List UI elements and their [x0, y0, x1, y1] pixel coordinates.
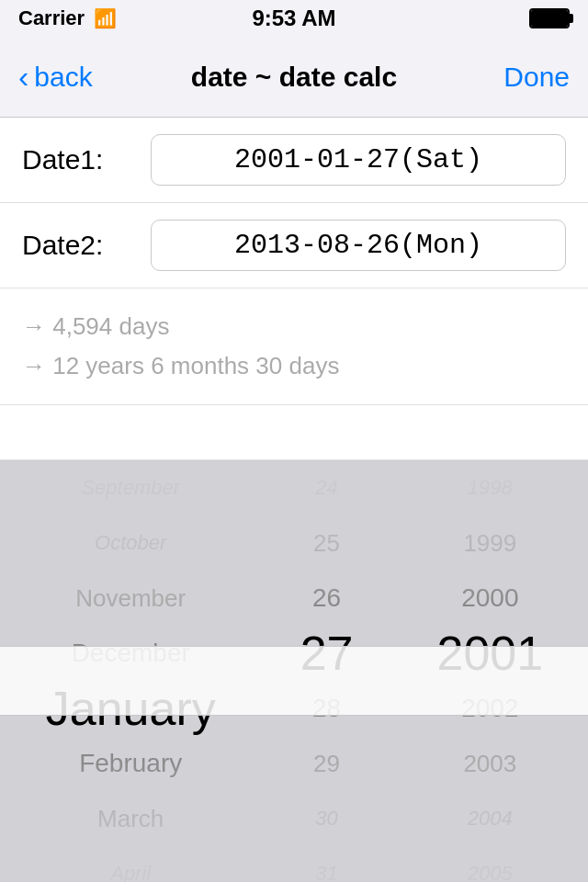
back-label: back — [34, 62, 92, 93]
spacer — [0, 405, 588, 460]
picker-month-item[interactable]: November — [0, 571, 261, 626]
picker-year-item[interactable]: 1998 — [392, 460, 588, 515]
date1-value[interactable]: 2001-01-27(Sat) — [151, 134, 566, 186]
nav-bar: ‹ back date ~ date calc Done — [0, 37, 588, 118]
picker-year-item[interactable]: 2001 — [392, 626, 588, 681]
picker-day-item[interactable]: 24 — [261, 460, 391, 515]
done-button[interactable]: Done — [503, 62, 570, 93]
picker-wrapper: SeptemberOctoberNovemberDecemberJanuaryF… — [0, 460, 588, 882]
date2-value[interactable]: 2013-08-26(Mon) — [151, 220, 566, 271]
picker-year-item[interactable]: 2003 — [392, 736, 588, 791]
picker-day-item[interactable]: 30 — [261, 791, 391, 846]
picker-day-item[interactable]: 31 — [261, 846, 391, 882]
status-left: Carrier 📶 — [18, 6, 117, 30]
back-chevron-icon: ‹ — [18, 59, 28, 95]
date1-label: Date1: — [22, 144, 151, 175]
date1-row: Date1: 2001-01-27(Sat) — [0, 118, 588, 203]
picker-day-item[interactable]: 29 — [261, 736, 391, 791]
picker-month-item[interactable]: January — [0, 681, 261, 736]
dates-content: Date1: 2001-01-27(Sat) Date2: 2013-08-26… — [0, 118, 588, 405]
picker-month-item[interactable]: October — [0, 515, 261, 571]
battery-fill — [531, 10, 568, 27]
picker-day-item[interactable]: 25 — [261, 515, 391, 571]
status-time: 9:53 AM — [252, 6, 335, 31]
picker-months-col[interactable]: SeptemberOctoberNovemberDecemberJanuaryF… — [0, 460, 261, 882]
picker-year-item[interactable]: 2000 — [392, 571, 588, 626]
date2-row: Date2: 2013-08-26(Mon) — [0, 203, 588, 288]
picker-month-item[interactable]: April — [0, 846, 261, 882]
wifi-icon: 📶 — [94, 7, 117, 29]
picker-years-col[interactable]: 19981999200020012002200320042005 — [392, 460, 588, 882]
result-days: → 4,594 days — [22, 312, 169, 341]
picker-month-item[interactable]: December — [0, 626, 261, 681]
battery-icon — [529, 8, 570, 28]
date2-label: Date2: — [22, 230, 151, 261]
picker-year-item[interactable]: 2002 — [392, 681, 588, 736]
carrier-label: Carrier — [18, 6, 85, 30]
back-button[interactable]: ‹ back — [18, 59, 93, 95]
picker-day-item[interactable]: 28 — [261, 681, 391, 736]
status-bar: Carrier 📶 9:53 AM — [0, 0, 588, 37]
picker-month-item[interactable]: September — [0, 460, 261, 515]
picker-days-col[interactable]: 2425262728293031 — [261, 460, 391, 882]
result-section: → 4,594 days → 12 years 6 months 30 days — [0, 288, 588, 404]
picker-month-item[interactable]: March — [0, 791, 261, 846]
result-duration-row: → 12 years 6 months 30 days — [22, 346, 566, 386]
picker-month-item[interactable]: February — [0, 736, 261, 791]
result-duration: → 12 years 6 months 30 days — [22, 352, 339, 380]
picker-year-item[interactable]: 2005 — [392, 846, 588, 882]
picker-day-item[interactable]: 26 — [261, 571, 391, 626]
date-picker[interactable]: SeptemberOctoberNovemberDecemberJanuaryF… — [0, 460, 588, 882]
picker-year-item[interactable]: 1999 — [392, 515, 588, 571]
result-days-row: → 4,594 days — [22, 307, 566, 346]
picker-year-item[interactable]: 2004 — [392, 791, 588, 846]
picker-day-item[interactable]: 27 — [261, 626, 391, 681]
page-title: date ~ date calc — [191, 62, 397, 93]
